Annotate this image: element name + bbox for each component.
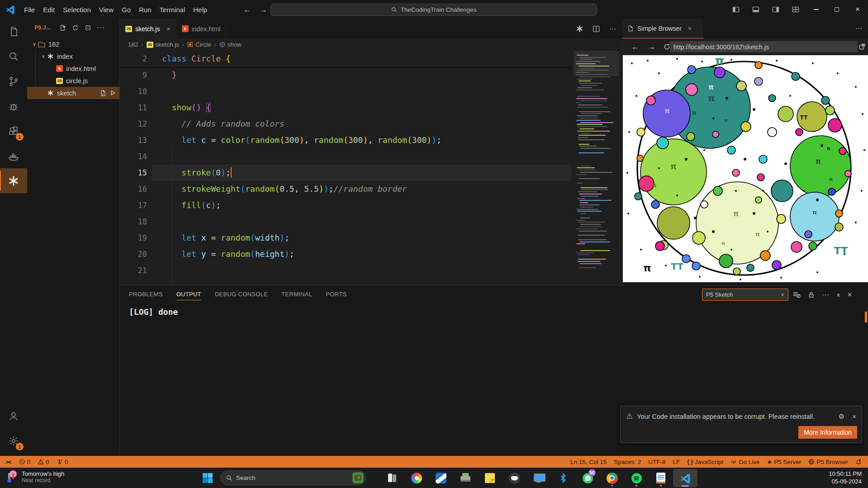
code-editor[interactable]: 9 }1011 show() {12 // Adds random colors… <box>120 51 571 285</box>
activity-item-debug[interactable] <box>0 94 27 118</box>
chevron-expanded-icon[interactable]: ∨ <box>31 41 38 47</box>
tab-simple-browser[interactable]: Simple Browser × <box>623 19 703 38</box>
activity-item-docker[interactable] <box>0 143 27 168</box>
refresh-icon[interactable] <box>70 22 81 33</box>
toggle-panel-icon[interactable] <box>746 0 766 19</box>
menu-help[interactable]: Help <box>189 4 211 15</box>
tree-item-182[interactable]: ∨182 <box>27 38 119 50</box>
taskbar-search-input[interactable]: Search <box>220 470 366 485</box>
taskbar-app-discord[interactable] <box>502 469 526 487</box>
editor-tab-sketch-js[interactable]: JSsketch.js× <box>120 19 176 38</box>
close-tab-icon[interactable]: × <box>688 25 692 32</box>
status-item-braces[interactable]: { }JavaScript <box>683 456 727 468</box>
close-tab-icon[interactable]: × <box>166 25 170 33</box>
browser-back-icon[interactable]: ← <box>631 42 639 52</box>
notification-settings-icon[interactable]: ⚙ <box>839 412 844 421</box>
menu-file[interactable]: File <box>20 4 39 15</box>
panel-tab-problems[interactable]: PROBLEMS <box>129 285 163 303</box>
status-item-ln-15-col-15[interactable]: Ln 15, Col 15 <box>567 456 610 468</box>
browser-more-actions-icon[interactable]: ··· <box>855 24 863 33</box>
taskbar-app-whatsapp[interactable]: 50 <box>575 469 600 487</box>
tree-item-circle-js[interactable]: JScircle.js <box>27 75 119 87</box>
output-channel-dropdown[interactable]: P5 Sketch ∨ <box>702 289 788 301</box>
browser-forward-icon[interactable]: → <box>647 42 655 52</box>
status-item-lf[interactable]: LF <box>669 456 684 468</box>
collapse-all-icon[interactable] <box>83 22 94 33</box>
taskbar-clock[interactable]: 10:50:11 PM 05-09-2024 <box>829 470 862 485</box>
activity-item-settings[interactable]: 1 <box>0 428 27 453</box>
taskbar-app-vscode[interactable] <box>673 469 697 487</box>
editor-tab-index-html[interactable]: 5index.html <box>176 19 227 38</box>
new-file-icon[interactable] <box>57 22 68 33</box>
tree-item-index[interactable]: ∨index <box>27 50 119 62</box>
chevron-expanded-icon[interactable]: ∨ <box>40 53 47 59</box>
back-arrow-icon[interactable]: ← <box>243 5 251 14</box>
run-sketch-play-icon[interactable] <box>110 90 116 96</box>
taskbar-app-printer[interactable] <box>453 469 478 487</box>
go-to-file-icon[interactable] <box>100 90 106 96</box>
weather-widget[interactable]: Tomorrow's high Near record <box>5 469 64 484</box>
taskbar-app-chrome[interactable] <box>600 469 624 487</box>
clear-output-icon[interactable] <box>793 291 801 298</box>
search-highlight-icon[interactable] <box>352 472 364 483</box>
toggle-secondary-sidebar-icon[interactable] <box>766 0 786 19</box>
activity-item-source-control[interactable] <box>0 69 27 94</box>
activity-item-accounts[interactable] <box>0 403 27 428</box>
close-window-button[interactable]: × <box>847 0 868 19</box>
tree-item-sketch[interactable]: sketch <box>27 87 119 99</box>
status-item-remote[interactable]: >< <box>1 456 15 468</box>
menu-run[interactable]: Run <box>135 4 156 15</box>
activity-item-p5-sketch[interactable] <box>0 168 27 193</box>
taskbar-app-file-explorer[interactable] <box>380 469 404 487</box>
p5-sketch-canvas[interactable]: ππππππππππππππTTTTTTππ <box>623 55 868 282</box>
taskbar-app-designer[interactable] <box>404 469 429 487</box>
editor-more-actions-icon[interactable]: ··· <box>609 25 616 33</box>
taskbar-app-spotify[interactable] <box>624 469 649 487</box>
customize-layout-icon[interactable] <box>786 0 806 19</box>
panel-tab-output[interactable]: OUTPUT <box>176 285 201 303</box>
status-item-spaces-2[interactable]: Spaces: 2 <box>610 456 645 468</box>
breadcrumb[interactable]: 182›JSsketch.js›Circle›show <box>120 38 622 51</box>
close-panel-icon[interactable]: × <box>848 291 852 299</box>
maximize-button[interactable] <box>826 0 847 19</box>
start-button[interactable] <box>201 471 214 485</box>
activity-item-explorer[interactable] <box>0 19 27 44</box>
taskbar-app-notepad[interactable] <box>649 469 673 487</box>
status-item-tower[interactable]: 0 <box>53 456 72 468</box>
status-item-star[interactable]: ★P5 Server <box>764 456 805 468</box>
menu-edit[interactable]: Edit <box>39 4 59 15</box>
panel-tab-ports[interactable]: PORTS <box>326 285 346 303</box>
status-item-broadcast[interactable]: Go Live <box>727 456 764 468</box>
open-external-icon[interactable] <box>859 43 866 50</box>
breadcrumb-item-sketch-js[interactable]: JSsketch.js <box>147 41 180 48</box>
lock-scroll-icon[interactable] <box>808 291 815 298</box>
activity-item-search[interactable] <box>0 44 27 69</box>
more-information-button[interactable]: More Information <box>798 426 857 439</box>
tree-item-index-html[interactable]: 5index.html <box>27 62 119 75</box>
menu-terminal[interactable]: Terminal <box>156 4 190 15</box>
minimap[interactable] <box>574 51 619 277</box>
status-item-utf-8[interactable]: UTF-8 <box>645 456 669 468</box>
menu-selection[interactable]: Selection <box>59 4 95 15</box>
menu-go[interactable]: Go <box>118 4 135 15</box>
toggle-sidebar-icon[interactable] <box>726 0 746 19</box>
breadcrumb-item-Circle[interactable]: Circle <box>187 41 211 48</box>
url-input[interactable]: http://localhost:3000/182\sketch.js <box>670 41 858 52</box>
taskbar-app-sticky-notes[interactable] <box>478 469 502 487</box>
panel-tab-debug-console[interactable]: DEBUG CONSOLE <box>215 285 268 303</box>
sidebar-more-actions-icon[interactable]: ··· <box>95 22 106 33</box>
command-center-search[interactable]: TheCodingTrain Challenges <box>270 4 597 16</box>
taskbar-app-bluetooth[interactable] <box>551 469 575 487</box>
status-item-warning[interactable]: 0 <box>34 456 53 468</box>
minimize-button[interactable] <box>806 0 826 19</box>
forward-arrow-icon[interactable]: → <box>259 5 267 14</box>
split-editor-icon[interactable] <box>593 25 600 33</box>
status-item-error[interactable]: 0 <box>15 456 34 468</box>
taskbar-app-snipping-tool[interactable] <box>429 469 453 487</box>
run-p5-sketch-icon[interactable] <box>576 25 583 33</box>
status-item-globe[interactable]: P5 Browser <box>805 456 852 468</box>
notification-close-icon[interactable]: × <box>852 412 856 420</box>
menu-view[interactable]: View <box>95 4 118 15</box>
breadcrumb-item-182[interactable]: 182 <box>128 41 138 48</box>
panel-more-actions-icon[interactable]: ··· <box>822 291 829 299</box>
